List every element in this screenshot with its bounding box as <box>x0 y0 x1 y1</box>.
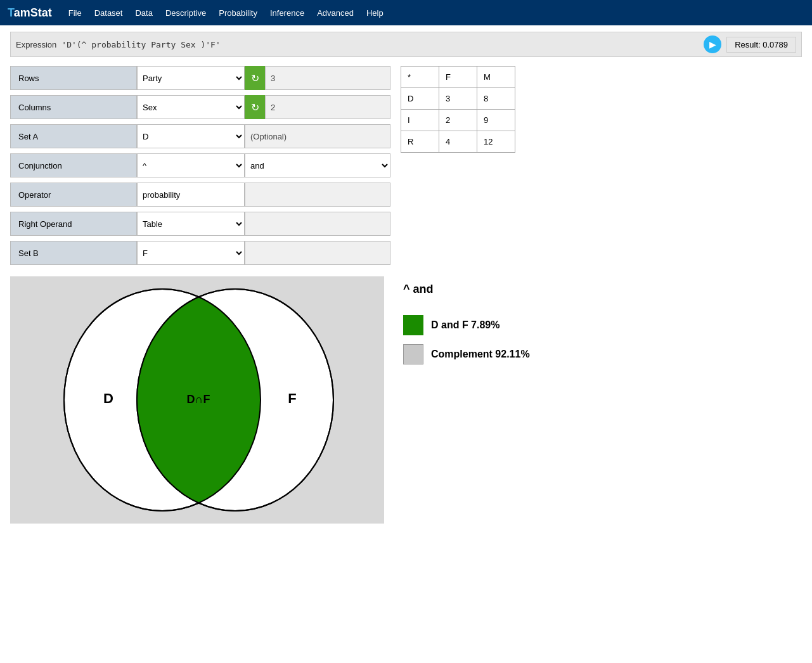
columns-select[interactable]: Sex <box>137 95 245 119</box>
table-cell: 4 <box>439 131 477 153</box>
right-operand-select[interactable]: Table <box>137 212 245 236</box>
right-operand-extra <box>245 212 390 236</box>
rows-icon-btn[interactable]: ↻ <box>245 66 265 90</box>
set-a-label: Set A <box>10 124 137 148</box>
main-container: Expression 'D'(^ probability Party Sex )… <box>0 25 812 663</box>
columns-count: 2 <box>265 95 390 119</box>
columns-label: Columns <box>10 95 137 119</box>
nav-inference[interactable]: Inference <box>269 6 306 20</box>
table-cell: F <box>439 67 477 88</box>
table-row: *FM <box>401 67 515 88</box>
venn-container: D D∩F F <box>10 276 384 524</box>
table-row: R412 <box>401 131 515 153</box>
conjunction-title: ^ and <box>403 283 530 296</box>
rows-select[interactable]: Party <box>137 66 245 90</box>
operator-value: probability <box>137 183 245 207</box>
table-cell: * <box>401 67 439 88</box>
set-a-optional: (Optional) <box>245 124 390 148</box>
right-operand-label: Right Operand <box>10 212 137 236</box>
operator-label: Operator <box>10 183 137 207</box>
table-cell: I <box>401 110 439 131</box>
set-b-select[interactable]: F <box>137 241 245 265</box>
set-b-label: Set B <box>10 241 137 265</box>
table-cell: M <box>477 67 515 88</box>
result-area: Result: 0.0789 <box>726 37 796 53</box>
expression-value: 'D'(^ probability Party Sex )'F' <box>61 40 699 49</box>
run-button[interactable]: ▶ <box>704 35 721 53</box>
legend-label-0: D and F 7.89% <box>431 319 499 331</box>
set-b-extra <box>245 241 390 265</box>
brand-logo: TamStat <box>8 6 52 20</box>
controls-area: Rows Party ↻ 3 Columns Sex ↻ 2 Set A <box>10 66 802 270</box>
legend-item-0: D and F 7.89% <box>403 315 530 335</box>
rows-count: 3 <box>265 66 390 90</box>
legend-label-1: Complement 92.11% <box>431 349 530 360</box>
right-table: *FMD38I29R412 <box>401 66 802 270</box>
left-controls: Rows Party ↻ 3 Columns Sex ↻ 2 Set A <box>10 66 390 270</box>
right-operand-row: Right Operand Table <box>10 212 390 236</box>
legend-color-1 <box>403 344 423 364</box>
set-a-row: Set A D (Optional) <box>10 124 390 148</box>
legend-item-1: Complement 92.11% <box>403 344 530 364</box>
table-cell: 3 <box>439 88 477 110</box>
nav-dataset[interactable]: Dataset <box>93 6 124 20</box>
venn-left-label: D <box>103 390 113 406</box>
conjunction-select1[interactable]: ^ <box>137 153 245 177</box>
data-table: *FMD38I29R412 <box>401 66 515 153</box>
nav-data[interactable]: Data <box>134 6 153 20</box>
table-row: I29 <box>401 110 515 131</box>
set-a-select[interactable]: D <box>137 124 245 148</box>
expression-bar: Expression 'D'(^ probability Party Sex )… <box>10 32 802 57</box>
rows-label: Rows <box>10 66 137 90</box>
legend-color-0 <box>403 315 423 335</box>
table-cell: 9 <box>477 110 515 131</box>
venn-svg: D D∩F F <box>10 276 384 524</box>
result-label: Result: <box>735 40 760 49</box>
brand-t: T <box>8 6 14 19</box>
table-cell: 8 <box>477 88 515 110</box>
bottom-area: D D∩F F ^ and D and F 7.89% Complement 9… <box>10 276 802 524</box>
expression-label: Expression <box>16 40 56 49</box>
legend-area: ^ and D and F 7.89% Complement 92.11% <box>397 276 536 380</box>
nav-descriptive[interactable]: Descriptive <box>164 6 207 20</box>
table-cell: 2 <box>439 110 477 131</box>
result-value: 0.0789 <box>763 40 788 49</box>
columns-row: Columns Sex ↻ 2 <box>10 95 390 119</box>
venn-right-label: F <box>288 390 296 406</box>
columns-icon-btn[interactable]: ↻ <box>245 95 265 119</box>
table-cell: R <box>401 131 439 153</box>
conjunction-select2[interactable]: and or given <box>245 153 390 177</box>
nav-probability[interactable]: Probability <box>217 6 259 20</box>
nav-file[interactable]: File <box>67 6 83 20</box>
table-row: D38 <box>401 88 515 110</box>
conjunction-row: Conjunction ^ and or given <box>10 153 390 177</box>
table-cell: 12 <box>477 131 515 153</box>
table-cell: D <box>401 88 439 110</box>
nav-help[interactable]: Help <box>365 6 385 20</box>
navbar: TamStat File Dataset Data Descriptive Pr… <box>0 0 812 25</box>
conjunction-label: Conjunction <box>10 153 137 177</box>
set-b-row: Set B F <box>10 241 390 265</box>
operator-extra <box>245 183 390 207</box>
operator-row: Operator probability <box>10 183 390 207</box>
nav-advanced[interactable]: Advanced <box>316 6 355 20</box>
venn-center-label: D∩F <box>187 393 210 406</box>
rows-row: Rows Party ↻ 3 <box>10 66 390 90</box>
